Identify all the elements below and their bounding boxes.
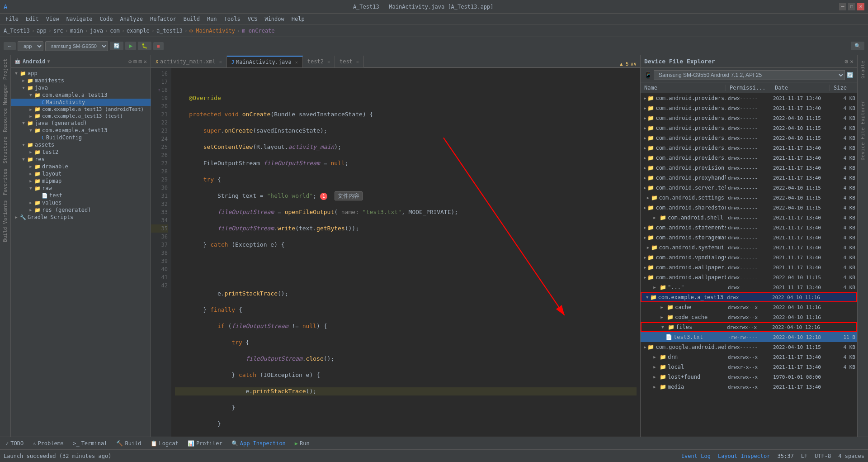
toolbar-stop[interactable]: ■: [153, 42, 164, 50]
breadcrumb-example[interactable]: example: [127, 28, 150, 34]
tab-close-icon[interactable]: ✕: [219, 59, 222, 64]
tree-item-values[interactable]: ▶ 📁 values: [11, 199, 151, 206]
dfe-row[interactable]: ▶📁com.android.providers.tele drwx------ …: [641, 143, 857, 153]
sidebar-item-favorites[interactable]: Favorites: [1, 167, 9, 197]
tree-item-assets[interactable]: ▼ 📁 assets: [11, 141, 151, 148]
dfe-row-cache[interactable]: ▶📁cache drwxrwx--x 2022-04-10 11:16: [641, 302, 857, 312]
bottom-tab-logcat[interactable]: 📋 Logcat: [147, 439, 182, 448]
breadcrumb-a_test13[interactable]: a_test13: [156, 28, 183, 34]
menu-run[interactable]: Run: [203, 15, 221, 23]
tree-item-test2[interactable]: ▶ 📁 test2: [11, 148, 151, 156]
tab-activity-main[interactable]: X activity_main.xml ✕: [151, 56, 227, 67]
breadcrumb-src[interactable]: src: [53, 28, 63, 34]
tree-item-mipmap[interactable]: ▶ 📁 mipmap: [11, 177, 151, 185]
tree-item-drawable[interactable]: ▶ 📁 drawable: [11, 163, 151, 170]
dfe-row[interactable]: ▶📁com.google.android.webvic drwx------ 2…: [641, 342, 857, 352]
dfe-row[interactable]: ▶📁com.android.vpndialogs drwx------ 2021…: [641, 252, 857, 262]
menu-analyze[interactable]: Analyze: [116, 15, 146, 23]
sidebar-item-resource-manager[interactable]: Resource Manager: [1, 82, 9, 134]
toolbar-debug[interactable]: 🐛: [138, 42, 151, 50]
tab-close-icon[interactable]: ✕: [356, 59, 359, 64]
project-settings-icon[interactable]: ⚙: [128, 58, 132, 65]
bottom-tab-problems[interactable]: ⚠ Problems: [29, 439, 67, 448]
tree-item-test[interactable]: ▶ 📁 com.example.a_test13 (test): [11, 113, 151, 119]
breadcrumb-main[interactable]: main: [70, 28, 83, 34]
dfe-row[interactable]: ▶📁com.android.providers.bloc drwx------ …: [641, 93, 857, 103]
dfe-row[interactable]: ▶📁"..." drwx------ 2021-11-17 13:40 4 KB: [641, 282, 857, 292]
dfe-col-date-header[interactable]: Date: [771, 85, 830, 91]
dfe-col-size-header[interactable]: Size: [830, 85, 857, 91]
tree-item-raw-test[interactable]: 📄 test: [11, 192, 151, 199]
toolbar-search[interactable]: 🔍: [851, 42, 864, 50]
menu-tools[interactable]: Tools: [221, 15, 244, 23]
breadcrumb-app[interactable]: app: [37, 28, 47, 34]
dfe-row[interactable]: ▶📁com.android.providers.sett drwx------ …: [641, 133, 857, 143]
breadcrumb-mainactivity[interactable]: ⚙ MainActivity: [189, 28, 235, 34]
menu-refactor[interactable]: Refactor: [146, 15, 180, 23]
dfe-row[interactable]: ▶📁com.android.storagemanag drwx------ 20…: [641, 233, 857, 243]
bottom-tab-app-inspection[interactable]: 🔍 App Inspection: [228, 439, 289, 448]
gradle-tab[interactable]: Gradle: [859, 59, 867, 81]
tab-test2[interactable]: test2 ✕: [303, 56, 335, 67]
titlebar-controls[interactable]: ─ □ ✕: [839, 3, 864, 10]
menu-build[interactable]: Build: [180, 15, 203, 23]
maximize-button[interactable]: □: [848, 3, 855, 10]
tab-close-icon[interactable]: ✕: [327, 59, 330, 64]
breadcrumb-project[interactable]: A_Test13: [4, 28, 30, 34]
menu-window[interactable]: Window: [261, 15, 288, 23]
code-text[interactable]: @Override protected void onCreate(Bundle…: [171, 68, 640, 437]
tree-item-java-generated[interactable]: ▼ 📁 java (generated): [11, 119, 151, 127]
device-file-explorer-tab[interactable]: Device File Explorer: [859, 99, 867, 162]
project-collapse-icon[interactable]: ⊟: [139, 58, 142, 65]
toolbar-device[interactable]: samsung SM-G9550: [45, 41, 108, 51]
menu-view[interactable]: View: [42, 15, 63, 23]
encoding[interactable]: UTF-8: [815, 453, 831, 459]
toolbar-back[interactable]: ←: [4, 42, 16, 50]
tree-item-mainactivity[interactable]: C MainActivity: [11, 99, 151, 106]
dfe-row-media[interactable]: ▶📁media drwxrwx--x 2021-11-17 13:40: [641, 382, 857, 392]
dfe-row-lost-found[interactable]: ▶📁lost+found drwxrwx--x 1970-01-01 08:00: [641, 372, 857, 382]
dfe-row[interactable]: ▶📁com.android.server.telecon drwx------ …: [641, 183, 857, 193]
dfe-row[interactable]: ▶📁com.android.statementserv drwx------ 2…: [641, 223, 857, 233]
dfe-refresh-icon[interactable]: 🔄: [847, 72, 854, 78]
dfe-col-name-header[interactable]: Name: [641, 85, 726, 91]
menu-code[interactable]: Code: [96, 15, 117, 23]
project-header-dropdown[interactable]: ▼: [47, 59, 50, 64]
menu-edit[interactable]: Edit: [22, 15, 42, 23]
sidebar-item-project[interactable]: Project: [1, 57, 9, 81]
tree-item-gen-com[interactable]: ▼ 📁 com.example.a_test13: [11, 127, 151, 134]
tree-item-com-example[interactable]: ▼ 📁 com.example.a_test13: [11, 91, 151, 99]
tree-item-android-test[interactable]: ▶ 📁 com.example.a_test13 (androidTest): [11, 106, 151, 113]
tree-item-java[interactable]: ▼ 📁 java: [11, 84, 151, 91]
breadcrumb-com[interactable]: com: [110, 28, 120, 34]
warning-nav-up[interactable]: ∧: [631, 61, 634, 67]
menu-navigate[interactable]: Navigate: [63, 15, 96, 23]
dfe-row[interactable]: ▶📁com.android.provision drwx------ 2021-…: [641, 163, 857, 173]
menu-file[interactable]: File: [2, 15, 22, 23]
dfe-row[interactable]: ▶📁com.android.providers.cale drwx------ …: [641, 103, 857, 113]
breadcrumb-java[interactable]: java: [90, 28, 103, 34]
toolbar-sync[interactable]: 🔄: [110, 42, 123, 50]
bottom-tab-todo[interactable]: ✓ TODO: [2, 439, 27, 448]
dfe-settings-icon[interactable]: ⚙: [844, 58, 848, 65]
tree-item-gradle[interactable]: ▶ 🔧 Gradle Scripts: [11, 214, 151, 221]
tree-item-res[interactable]: ▼ 📁 res: [11, 156, 151, 163]
project-expand-icon[interactable]: ⊞: [133, 58, 137, 65]
toolbar-run-button[interactable]: ▶: [125, 42, 136, 50]
tree-item-app[interactable]: ▼ 📁 app: [11, 70, 151, 77]
dfe-row-local[interactable]: ▶📁local drwxr-x--x 2021-11-17 13:40 4 KB: [641, 362, 857, 372]
dfe-row[interactable]: ▶📁com.android.proxyhandler drwx------ 20…: [641, 173, 857, 183]
dfe-row[interactable]: ▶📁com.android.systemui drwx------ 2021-1…: [641, 243, 857, 252]
dfe-row-drm[interactable]: ▶📁drm drwxrwx--x 2021-11-17 13:40 4 KB: [641, 352, 857, 362]
tree-item-manifests[interactable]: ▶ 📁 manifests: [11, 77, 151, 84]
dfe-row[interactable]: ▶📁com.android.providers.dow drwx------ 2…: [641, 113, 857, 123]
dfe-row-code-cache[interactable]: ▶📁code_cache drwxrwx--x 2022-04-10 11:16: [641, 312, 857, 322]
tree-item-res-generated[interactable]: ▶ 📁 res (generated): [11, 206, 151, 214]
dfe-col-perm-header[interactable]: Permissi...: [726, 85, 771, 91]
dfe-row[interactable]: ▶📁com.android.wallpaperback drwx------ 2…: [641, 272, 857, 282]
breadcrumb-oncreate[interactable]: m onCreate: [242, 28, 274, 34]
tree-item-layout[interactable]: ▶ 📁 layout: [11, 170, 151, 177]
tab-close-icon[interactable]: ✕: [295, 60, 298, 65]
menu-help[interactable]: Help: [288, 15, 308, 23]
toolbar-run-config[interactable]: app: [18, 41, 43, 51]
